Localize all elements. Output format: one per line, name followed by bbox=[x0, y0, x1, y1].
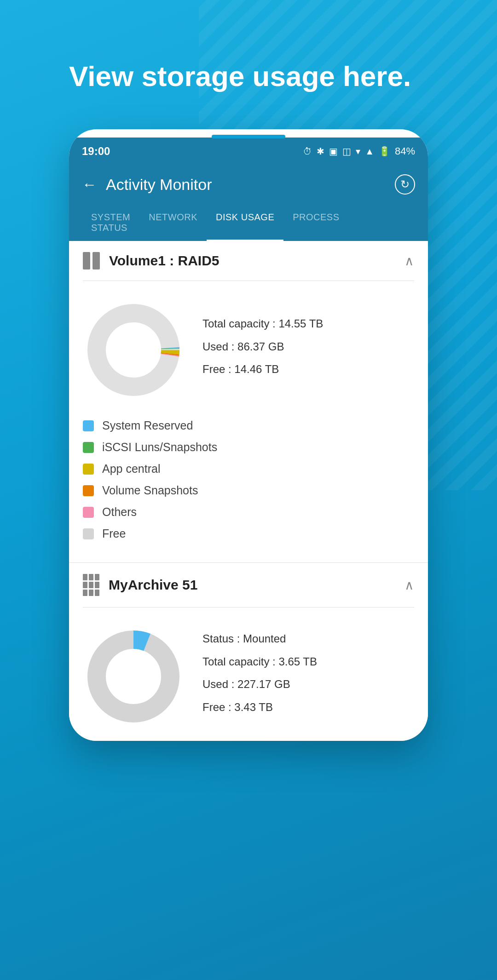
phone-notch bbox=[212, 135, 285, 138]
archive-icon-cell-9 bbox=[95, 590, 99, 596]
archive-free-label: Free : 3.43 TB bbox=[202, 699, 414, 715]
phone-top-bar bbox=[69, 129, 428, 138]
legend-label-iscsi: iSCSI Luns/Snapshots bbox=[102, 441, 217, 454]
bluetooth-icon: ✱ bbox=[317, 146, 324, 157]
status-icons: ⏱ ✱ ▣ ◫ ▾ ▲ 🔋 84% bbox=[303, 145, 415, 157]
app-title: Activity Monitor bbox=[106, 176, 386, 194]
used-label: Used : 86.37 GB bbox=[202, 339, 414, 355]
legend-dot-iscsi bbox=[83, 442, 94, 453]
refresh-icon-symbol: ↻ bbox=[400, 178, 410, 191]
back-button[interactable]: ← bbox=[82, 176, 97, 193]
volume1-donut-chart bbox=[83, 299, 184, 401]
legend-label-volume-snapshots: Volume Snapshots bbox=[102, 484, 198, 497]
battery-pct: 84% bbox=[395, 145, 415, 157]
legend-iscsi: iSCSI Luns/Snapshots bbox=[83, 441, 414, 454]
phone-content: Volume1 : RAID5 ∧ bbox=[69, 241, 428, 741]
legend-dot-others bbox=[83, 507, 94, 518]
volume1-stats: Total capacity : 14.55 TB Used : 86.37 G… bbox=[202, 316, 414, 384]
archive-section: MyArchive 51 ∧ bbox=[69, 562, 428, 741]
archive-chart-row: Status : Mounted Total capacity : 3.65 T… bbox=[83, 621, 414, 741]
battery-icon: 🔋 bbox=[379, 146, 390, 157]
screen-icon: ▣ bbox=[329, 146, 338, 157]
legend-others: Others bbox=[83, 505, 414, 519]
legend-label-free: Free bbox=[102, 527, 126, 540]
tab-bar: SYSTEMSTATUS NETWORK DISK USAGE PROCESS bbox=[82, 206, 415, 241]
legend-free: Free bbox=[83, 527, 414, 540]
volume1-section: Volume1 : RAID5 ∧ bbox=[69, 241, 428, 562]
phone-mockup: 19:00 ⏱ ✱ ▣ ◫ ▾ ▲ 🔋 84% ← Activity Monit… bbox=[69, 129, 428, 741]
hero-text: View storage usage here. bbox=[69, 60, 428, 92]
volume1-title: Volume1 : RAID5 bbox=[109, 253, 395, 269]
archive-icon-cell-2 bbox=[89, 574, 93, 580]
status-bar: 19:00 ⏱ ✱ ▣ ◫ ▾ ▲ 🔋 84% bbox=[69, 138, 428, 165]
legend-dot-system-reserved bbox=[83, 420, 94, 431]
total-capacity-label: Total capacity : 14.55 TB bbox=[202, 316, 414, 332]
tab-network[interactable]: NETWORK bbox=[139, 206, 207, 241]
svg-point-9 bbox=[107, 650, 160, 703]
svg-point-6 bbox=[107, 323, 160, 377]
archive-icon-cell-4 bbox=[83, 582, 87, 588]
volume-icon-bar-2 bbox=[92, 252, 100, 269]
legend-label-system-reserved: System Reserved bbox=[102, 419, 193, 432]
vibrate-icon: ◫ bbox=[342, 146, 351, 157]
archive-icon-cell-5 bbox=[89, 582, 93, 588]
section-divider-1 bbox=[83, 281, 414, 281]
archive-header: MyArchive 51 ∧ bbox=[83, 563, 414, 607]
legend-dot-app-central bbox=[83, 464, 94, 475]
free-label: Free : 14.46 TB bbox=[202, 361, 414, 377]
archive-icon bbox=[83, 574, 99, 596]
app-bar: ← Activity Monitor ↻ SYSTEMSTATUS NETWOR… bbox=[69, 165, 428, 241]
archive-total-capacity-label: Total capacity : 3.65 TB bbox=[202, 654, 414, 670]
archive-icon-cell-8 bbox=[89, 590, 93, 596]
refresh-button[interactable]: ↻ bbox=[395, 174, 415, 195]
legend-label-app-central: App central bbox=[102, 462, 160, 476]
volume-icon bbox=[83, 252, 100, 269]
volume1-legend: System Reserved iSCSI Luns/Snapshots App… bbox=[83, 414, 414, 562]
tab-process[interactable]: PROCESS bbox=[283, 206, 348, 241]
section-divider-2 bbox=[83, 607, 414, 607]
archive-donut-chart bbox=[83, 626, 184, 727]
archive-icon-cell-3 bbox=[95, 574, 99, 580]
archive-chevron-up-icon[interactable]: ∧ bbox=[405, 578, 414, 593]
wifi-icon: ▾ bbox=[356, 146, 360, 157]
legend-dot-volume-snapshots bbox=[83, 485, 94, 496]
chevron-up-icon[interactable]: ∧ bbox=[405, 253, 414, 269]
archive-status-label: Status : Mounted bbox=[202, 631, 414, 647]
archive-icon-cell-6 bbox=[95, 582, 99, 588]
legend-volume-snapshots: Volume Snapshots bbox=[83, 484, 414, 497]
legend-app-central: App central bbox=[83, 462, 414, 476]
legend-label-others: Others bbox=[102, 505, 137, 519]
legend-system-reserved: System Reserved bbox=[83, 419, 414, 432]
archive-used-label: Used : 227.17 GB bbox=[202, 676, 414, 692]
clock-icon: ⏱ bbox=[303, 146, 312, 157]
archive-title: MyArchive 51 bbox=[109, 577, 395, 593]
archive-icon-cell-7 bbox=[83, 590, 87, 596]
status-time: 19:00 bbox=[82, 145, 110, 158]
tab-system-status[interactable]: SYSTEMSTATUS bbox=[82, 206, 139, 241]
volume1-header: Volume1 : RAID5 ∧ bbox=[83, 241, 414, 281]
archive-stats: Status : Mounted Total capacity : 3.65 T… bbox=[202, 631, 414, 722]
archive-icon-cell-1 bbox=[83, 574, 87, 580]
signal-icon: ▲ bbox=[365, 146, 374, 157]
tab-disk-usage[interactable]: DISK USAGE bbox=[207, 206, 283, 241]
volume1-chart-row: Total capacity : 14.55 TB Used : 86.37 G… bbox=[83, 295, 414, 414]
legend-dot-free bbox=[83, 528, 94, 539]
volume-icon-bar-1 bbox=[83, 252, 90, 269]
